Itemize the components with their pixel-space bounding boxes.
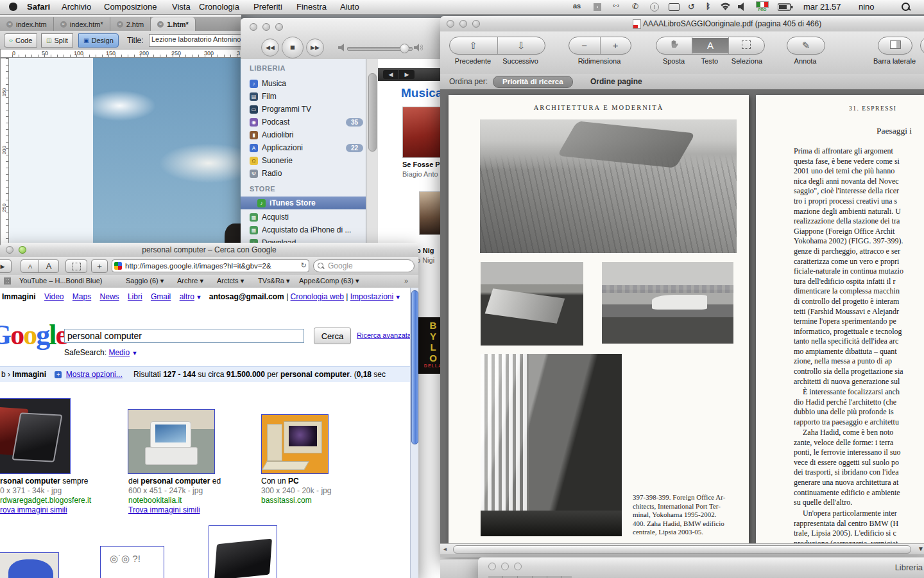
tab-index-htm[interactable]: ×index.htm [0, 17, 54, 31]
scrollbar-thumb[interactable] [411, 290, 418, 444]
mode-buttons[interactable]: A [656, 37, 765, 55]
menu-item[interactable]: Archivio [62, 2, 91, 12]
menu-item[interactable]: Preferiti [253, 2, 282, 12]
stop-button[interactable]: ■ [282, 37, 304, 58]
sidebar-item-suonerie[interactable]: ΩSuonerie [250, 154, 363, 167]
close-tab-icon[interactable]: × [60, 21, 67, 28]
code-arrows-icon[interactable]: ‹·› [613, 2, 619, 9]
sidebar-item-film[interactable]: ▤Film [250, 90, 363, 103]
time-machine-icon[interactable]: ↺ [688, 2, 695, 12]
result-thumbnail[interactable] [209, 525, 277, 578]
zoom-in-button[interactable]: + [601, 38, 631, 53]
code-view-button[interactable]: ‹›Code [4, 33, 37, 48]
search-query-input[interactable] [64, 329, 304, 343]
zoom-button[interactable] [19, 246, 26, 254]
similar-images-link[interactable]: Trova immagini simili [128, 505, 200, 514]
next-track-button[interactable]: ▶▶ [306, 39, 324, 57]
scroll-left-arrow[interactable]: ◂ [443, 545, 447, 552]
menu-item[interactable]: Cronologia [199, 2, 239, 12]
smaller-text-button[interactable]: A [21, 259, 40, 273]
toolbar-search-field[interactable]: Google [313, 259, 415, 272]
bookmark-folder[interactable]: Appe&Comp (63) ▾ [299, 277, 359, 285]
select-tool-button[interactable] [729, 38, 764, 53]
close-tab-icon[interactable]: × [117, 21, 123, 28]
bookmark-item[interactable]: YouTube – H...Bondi Blue) [19, 277, 102, 285]
nav-link-libri[interactable]: Libri [128, 292, 142, 301]
sidebar-item-podcast[interactable]: ◉Podcast35 [250, 116, 363, 128]
menu-item[interactable]: Vista [172, 2, 191, 12]
close-button[interactable] [447, 20, 454, 28]
web-history-link[interactable]: Cronologia web [291, 292, 344, 301]
result-title[interactable]: dei personal computer ed [128, 477, 221, 486]
lastfm-icon[interactable]: as [573, 2, 581, 10]
zoom-button[interactable] [514, 563, 522, 570]
larger-text-button[interactable]: A [38, 259, 59, 273]
text-tool-button[interactable]: A [692, 38, 728, 53]
show-options-link[interactable]: Mostra opzioni... [66, 370, 123, 379]
bookmarks-grid-icon[interactable] [4, 277, 11, 285]
pdf-content-area[interactable]: ARCHITETTURA E MODERNITÀ 397-398-399. Fo… [440, 89, 924, 543]
display-icon[interactable] [669, 3, 680, 11]
nav-link-gmail[interactable]: Gmail [151, 292, 171, 301]
bookmark-folder[interactable]: Archre ▾ [177, 277, 203, 285]
scrollbar-thumb[interactable] [368, 73, 377, 152]
nav-link-maps[interactable]: Maps [73, 292, 91, 301]
safesearch-level-link[interactable]: Medio [108, 348, 130, 357]
sidebar-item-itunes-store[interactable]: ♪iTunes Store [241, 197, 366, 209]
pdf-horizontal-scrollbar[interactable]: ◂ ▼ [440, 543, 924, 554]
forward-button[interactable]: ▶ [0, 259, 12, 273]
chevron-down-icon[interactable]: ▼ [132, 350, 137, 356]
wifi-icon[interactable] [720, 3, 731, 11]
design-view-button[interactable]: ▣Design [78, 33, 119, 48]
scroll-down-arrow[interactable]: ▼ [918, 545, 924, 552]
zoom-buttons[interactable]: −+ [569, 37, 631, 55]
nav-link-news[interactable]: News [100, 292, 119, 301]
bookmark-folder[interactable]: Arctcts ▾ [217, 277, 244, 285]
album-artist[interactable]: Biagio Anto [402, 170, 438, 178]
minimize-button[interactable] [262, 23, 270, 31]
previous-page-button[interactable]: ⇧ [450, 38, 497, 53]
advanced-search-link[interactable]: Ricerca avanzata [357, 331, 411, 339]
search-field-partial[interactable] [920, 37, 924, 55]
pdf-titlebar[interactable]: AAAALibroSAGGIOoriginale.pdf (pagina 405… [440, 16, 924, 32]
bookmark-folder[interactable]: Saggio (6) ▾ [126, 277, 164, 285]
battery-icon[interactable] [778, 3, 793, 11]
sidebar-item-applicazioni[interactable]: AApplicazioni22 [250, 141, 363, 154]
result-title[interactable]: Con un PC [261, 477, 331, 486]
search-submit-button[interactable]: Cerca [314, 328, 351, 344]
safari-titlebar[interactable]: personal computer – Cerca con Google [0, 243, 418, 258]
close-tab-icon[interactable]: × [157, 21, 164, 28]
menu-item[interactable]: Composizione [104, 2, 157, 12]
menu-clock[interactable]: mar 21.57 [803, 2, 841, 12]
fast-user-switch-label[interactable]: nino [859, 2, 875, 12]
menu-app-name[interactable]: Safari [27, 2, 50, 12]
menu-item[interactable]: Aiuto [340, 2, 359, 12]
page-scrollbar[interactable] [410, 288, 418, 578]
volume-knob[interactable] [400, 44, 409, 53]
document-title-input[interactable]: Lezione laboratorio Antonino S [149, 34, 244, 47]
store-forward-button[interactable]: ▶ [399, 70, 415, 79]
previous-next-buttons[interactable]: ⇧⇩ [449, 37, 545, 55]
previous-track-button[interactable]: ◀◀ [261, 39, 279, 57]
new-tab-button[interactable]: + [91, 259, 108, 273]
sidebar-item-radio[interactable]: ΨRadio [250, 167, 363, 180]
result-thumbnail[interactable]: ◎˙◎ ?! [100, 546, 164, 578]
sidebar-item-acquisti[interactable]: ▦Acquisti [250, 211, 363, 223]
next-page-button[interactable]: ⇩ [498, 38, 545, 53]
tab-1-htm[interactable]: ×1.htm* [151, 17, 196, 31]
store-back-button[interactable]: ◀ [383, 70, 398, 79]
tab-index-htm-2[interactable]: ×index.htm* [54, 17, 110, 31]
tab-2-htm[interactable]: ×2.htm [110, 17, 151, 31]
close-button[interactable] [250, 23, 257, 31]
apple-menu-icon[interactable] [9, 3, 17, 11]
sidebar-toggle-button[interactable] [878, 37, 912, 55]
similar-images-link[interactable]: rova immagini simili [0, 505, 67, 514]
web-clip-button[interactable] [65, 259, 87, 273]
address-bar[interactable]: http://images.google.it/images?hl=it&gbv… [112, 259, 309, 272]
sort-priority-pill[interactable]: Priorità di ricerca [493, 76, 573, 88]
result-thumbnail[interactable] [0, 398, 71, 474]
split-view-button[interactable]: ◫Split [41, 33, 73, 48]
menu-item[interactable]: Finestra [296, 2, 327, 12]
sidebar-item-programmi-tv[interactable]: ▭Programmi TV [250, 103, 363, 116]
result-title[interactable]: rsonal computer sempre [0, 477, 91, 486]
